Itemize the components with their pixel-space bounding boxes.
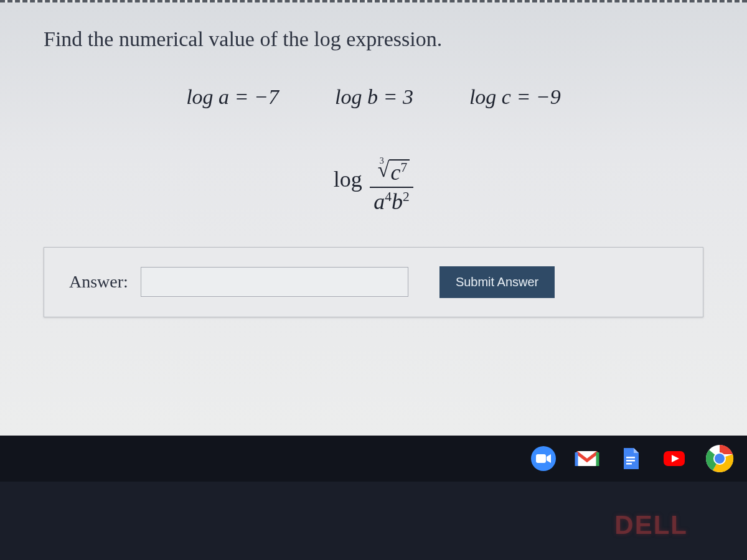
given-log-c: log c = −9 xyxy=(469,85,561,109)
taskbar xyxy=(0,436,747,482)
svg-point-9 xyxy=(715,454,725,464)
den-a-exp: 4 xyxy=(385,189,392,204)
given-log-b: log b = 3 xyxy=(335,85,413,109)
answer-label: Answer: xyxy=(69,272,128,292)
zoom-icon[interactable] xyxy=(530,446,557,472)
denominator: a4b2 xyxy=(370,190,413,214)
fraction-bar xyxy=(370,187,413,188)
given-values: log a = −7 log b = 3 log c = −9 xyxy=(44,85,703,109)
answer-input[interactable] xyxy=(141,267,408,297)
answer-area: Answer: Submit Answer xyxy=(44,247,703,317)
num-exp: 7 xyxy=(400,160,407,175)
given-log-a: log a = −7 xyxy=(186,85,279,109)
numerator: 3 √ c7 xyxy=(370,147,413,185)
den-b-exp: 2 xyxy=(403,189,410,204)
cube-root: 3 √ c7 xyxy=(374,159,410,185)
svg-rect-1 xyxy=(536,454,546,463)
log-label: log xyxy=(334,166,362,192)
svg-rect-3 xyxy=(626,457,635,459)
question-panel: Find the numerical value of the log expr… xyxy=(0,0,747,436)
chrome-icon[interactable] xyxy=(705,444,735,474)
monitor-brand-logo: DELL xyxy=(614,510,688,540)
radicand: c7 xyxy=(389,159,410,185)
youtube-icon[interactable] xyxy=(661,446,687,472)
radical-symbol: √ xyxy=(378,161,390,178)
submit-answer-button[interactable]: Submit Answer xyxy=(439,266,555,298)
fraction: 3 √ c7 a4b2 xyxy=(370,147,413,214)
log-expression: log 3 √ c7 a4b2 xyxy=(44,146,703,213)
den-b-base: b xyxy=(392,189,403,214)
question-prompt: Find the numerical value of the log expr… xyxy=(44,27,703,51)
svg-rect-5 xyxy=(626,463,632,465)
den-a-base: a xyxy=(374,189,385,214)
num-base: c xyxy=(390,160,400,185)
gmail-icon[interactable] xyxy=(574,446,600,472)
docs-icon[interactable] xyxy=(618,446,644,472)
svg-rect-4 xyxy=(626,460,635,462)
